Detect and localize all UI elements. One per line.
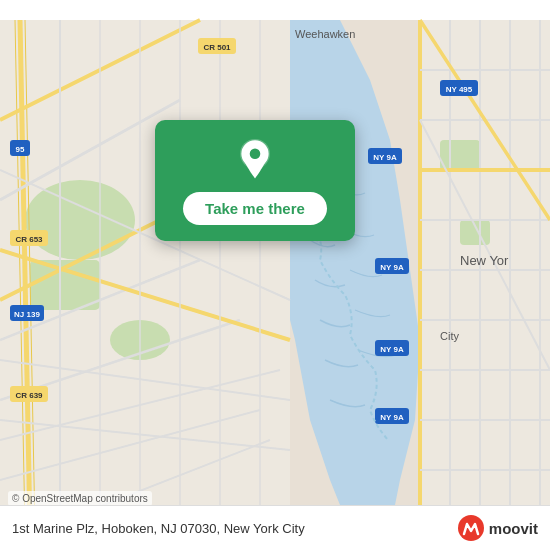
location-card: Take me there bbox=[155, 120, 355, 241]
svg-text:NY 9A: NY 9A bbox=[380, 263, 404, 272]
moovit-logo: moovit bbox=[457, 514, 538, 542]
svg-text:NY 495: NY 495 bbox=[446, 85, 473, 94]
svg-point-4 bbox=[25, 180, 135, 260]
osm-attribution: © OpenStreetMap contributors bbox=[8, 491, 152, 506]
svg-rect-3 bbox=[420, 20, 550, 530]
svg-text:CR 501: CR 501 bbox=[203, 43, 231, 52]
address-text: 1st Marine Plz, Hoboken, NJ 07030, New Y… bbox=[12, 521, 457, 536]
map-container: CR 501 95 NJ 139 CR 653 CR 639 NY 9A NY … bbox=[0, 0, 550, 550]
svg-text:NY 9A: NY 9A bbox=[380, 413, 404, 422]
svg-text:95: 95 bbox=[16, 145, 25, 154]
svg-text:Weehawken: Weehawken bbox=[295, 28, 355, 40]
svg-text:NJ 139: NJ 139 bbox=[14, 310, 40, 319]
svg-text:New Yor: New Yor bbox=[460, 253, 509, 268]
svg-rect-7 bbox=[440, 140, 480, 170]
take-me-there-button[interactable]: Take me there bbox=[183, 192, 327, 225]
svg-text:NY 9A: NY 9A bbox=[373, 153, 397, 162]
pin-icon bbox=[233, 138, 277, 182]
svg-text:NY 9A: NY 9A bbox=[380, 345, 404, 354]
svg-text:City: City bbox=[440, 330, 459, 342]
moovit-logo-icon bbox=[457, 514, 485, 542]
svg-point-35 bbox=[458, 515, 484, 541]
svg-text:CR 653: CR 653 bbox=[15, 235, 43, 244]
svg-text:CR 639: CR 639 bbox=[15, 391, 43, 400]
bottom-bar: 1st Marine Plz, Hoboken, NJ 07030, New Y… bbox=[0, 505, 550, 550]
svg-point-34 bbox=[250, 149, 261, 160]
moovit-logo-text: moovit bbox=[489, 520, 538, 537]
